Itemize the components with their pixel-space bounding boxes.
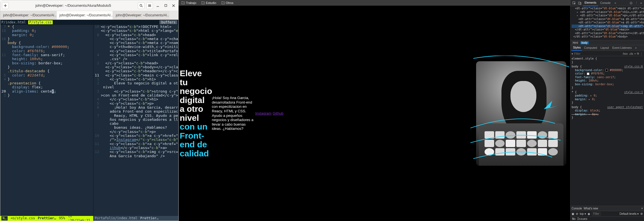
kebab-icon[interactable]: ⋮ — [634, 0, 639, 6]
minimize-icon[interactable] — [155, 2, 161, 9]
cls-toggle[interactable]: .cls — [629, 52, 633, 55]
tab-layout[interactable]: Layout — [599, 45, 610, 51]
svg-rect-1 — [165, 5, 166, 6]
status-file: Portafolio/index.html — [95, 216, 137, 220]
tab-computed[interactable]: Computed — [583, 45, 598, 51]
os-tab-label: john@Developer: ~/Documents/Al… — [3, 13, 57, 17]
css-rule[interactable]: style.css:6body { background-color: #000… — [572, 65, 643, 90]
bookmark-folder[interactable]: Estudio — [201, 1, 216, 5]
inspect-icon[interactable] — [572, 0, 577, 6]
hero-image — [476, 61, 566, 166]
browser-pane: Trabajo Estudio Otros Eleve tu negocio d… — [179, 0, 570, 221]
elements-tree[interactable]: <dt-attr">class="dt-blue">main dt-attr">… — [570, 6, 644, 40]
devtools-tabbar: Elements Console » ⋮ × — [570, 0, 644, 6]
drawer-tabbar: Console What's new × — [570, 206, 644, 211]
folder-icon — [201, 1, 205, 4]
crumb-html[interactable]: html — [572, 41, 579, 44]
drawer-tab-whatsnew[interactable]: What's new — [584, 207, 598, 210]
styles-more-icon[interactable]: ⋮ — [640, 52, 643, 55]
tab-more-icon[interactable]: » — [634, 45, 638, 51]
status-position: ln :20/21≡℅:21 — [68, 214, 92, 221]
css-rule[interactable]: style.css:1* { padding: ▸ 0; margin: ▸ 0… — [572, 91, 643, 105]
svg-point-5 — [630, 3, 632, 4]
bookmark-folder[interactable]: Trabajo — [181, 1, 196, 5]
folder-icon — [181, 1, 185, 4]
bookmark-label: Trabajo — [186, 1, 196, 5]
status-file: <o/style.css — [10, 216, 35, 220]
rendered-page: Eleve tu negocio digital a otro nivel co… — [179, 6, 570, 221]
styles-dock-icon[interactable]: ⧉ — [637, 52, 639, 55]
statusline-inactive: Portafolio/index.html Prettier… — [94, 216, 178, 221]
css-rules: style.css:6body { background-color: #000… — [572, 65, 643, 120]
drawer-tab-console[interactable]: Console — [572, 207, 582, 210]
console-sidebar-icon[interactable]: ▣ — [572, 212, 574, 215]
crumb-body[interactable]: body — [580, 41, 589, 44]
styles-tabbar: Styles Computed Layout Event Listeners » — [570, 45, 644, 51]
rule-selector: element.style { — [572, 57, 597, 60]
close-icon[interactable] — [170, 2, 177, 9]
console-settings-icon[interactable]: ⚙ — [640, 212, 643, 215]
titlebar: john@Developer: ~/Documents/Alura/Modulo… — [0, 0, 178, 11]
search-icon[interactable] — [138, 2, 145, 9]
os-tab-label: john@Developer: ~/Documents/Al… — [116, 13, 169, 17]
hamburger-icon[interactable] — [146, 2, 153, 9]
breadcrumb: html body — [570, 40, 644, 45]
clear-console-icon[interactable]: ⊘ — [576, 212, 578, 215]
vim-tabline: buffers — [94, 20, 178, 25]
terminal-window: john@Developer: ~/Documents/Alura/Modulo… — [0, 0, 179, 221]
editor-pane-right: buffers 10<c-y">class="c-b">!DOCTYPE htm… — [93, 20, 178, 221]
css-rule[interactable]: user agent stylesheetbody { display: blo… — [572, 106, 643, 120]
filter-icon: ▾ — [572, 52, 573, 55]
element-style-rule[interactable]: element.style {} — [572, 57, 643, 64]
laptop-stickers — [485, 131, 558, 162]
device-icon[interactable] — [577, 0, 582, 6]
status-prettier: Prettier… — [140, 216, 159, 220]
tab-console[interactable]: Console — [599, 0, 612, 6]
console-filter[interactable]: Filter — [592, 212, 601, 216]
editor: P/index.html P/style.css 7* {18 padding:… — [0, 20, 178, 221]
console-drawer: Console What's new × ▣ ⊘ top ▾ ◉ Filter … — [570, 206, 644, 221]
os-tab[interactable]: john@Developer: ~/Documents/Al… ▾ — [113, 11, 169, 19]
vim-tabline: P/index.html P/style.css — [0, 20, 93, 25]
devtools-close-icon[interactable]: × — [639, 0, 643, 6]
styles-filter-input[interactable] — [574, 52, 621, 55]
bookmark-folder[interactable]: Otros — [221, 1, 234, 5]
new-tab-icon[interactable] — [2, 2, 9, 9]
context-selector[interactable]: top ▾ — [580, 212, 586, 215]
styles-filter-row: ▾ :hov .cls + ⧉ ⋮ — [572, 51, 643, 56]
styles-panel: ▾ :hov .cls + ⧉ ⋮ element.style {} style… — [570, 51, 644, 206]
settings-icon[interactable] — [629, 0, 634, 6]
bookmark-label: Estudio — [206, 1, 216, 5]
live-expr-icon[interactable]: ◉ — [588, 212, 590, 215]
os-tab[interactable]: john@Developer: ~/Documents/Al… × — [57, 11, 113, 19]
photo-face-shape — [510, 81, 536, 112]
instagram-link[interactable]: Instagram — [255, 111, 272, 115]
new-rule-icon[interactable]: + — [634, 52, 636, 55]
page-paragraph: ¡Hola! Soy Ana Garcia, desarrolladora Fr… — [212, 96, 254, 131]
tab-event-listeners[interactable]: Event Listeners — [611, 45, 633, 51]
drawer-close-icon[interactable]: × — [641, 207, 643, 210]
buffer-tab-active[interactable]: P/style.css — [28, 20, 53, 24]
code-area[interactable]: 7* {18 padding: 0; margin: 0;16}body { b… — [0, 25, 93, 216]
status-prettier: Prettier… — [38, 216, 56, 220]
window-title: john@Developer: ~/Documents/Alura/Modulo… — [10, 3, 136, 8]
editor-pane-left: P/index.html P/style.css 7* {18 padding:… — [0, 20, 93, 221]
bookmarks-bar: Trabajo Estudio Otros — [179, 0, 570, 6]
log-levels[interactable]: Default levels ▾ — [619, 212, 639, 215]
code-area[interactable]: 10<c-y">class="c-b">!DOCTYPE html><c-y">… — [94, 25, 178, 216]
page-main: Eleve tu negocio digital a otro nivel co… — [179, 61, 570, 166]
github-link[interactable]: Github — [273, 111, 283, 115]
maximize-icon[interactable] — [163, 2, 169, 9]
buffers-label[interactable]: buffers — [159, 20, 177, 24]
tab-more-icon[interactable]: » — [613, 0, 618, 6]
tab-styles[interactable]: Styles — [572, 45, 582, 51]
hov-toggle[interactable]: :hov — [622, 52, 628, 55]
tab-elements[interactable]: Elements — [583, 0, 598, 6]
status-percent: 95% — [59, 216, 65, 220]
os-tab[interactable]: john@Developer: ~/Documents/Al… × — [0, 11, 57, 19]
svg-point-0 — [140, 4, 142, 6]
buffer-tab[interactable]: P/index.html — [1, 20, 26, 24]
photo-laptop-shape — [479, 123, 563, 166]
bookmark-label: Otros — [226, 1, 234, 5]
os-tab-label: john@Developer: ~/Documents/Al… — [59, 13, 113, 17]
